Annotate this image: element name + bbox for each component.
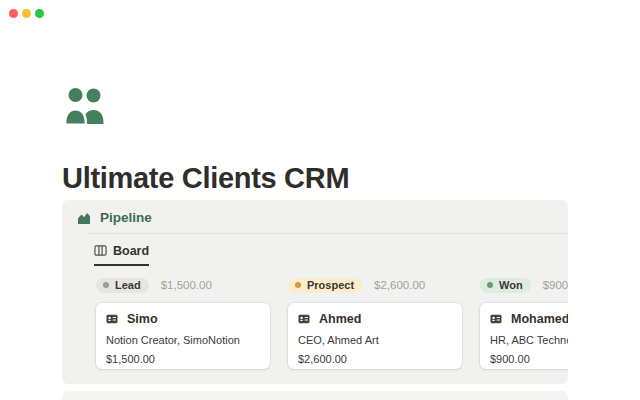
status-dot (487, 282, 493, 288)
card-title-row: Simo (106, 312, 260, 326)
contact-card-icon (106, 313, 118, 325)
status-label: Prospect (307, 279, 354, 291)
card-subtitle: Notion Creator, SimoNotion (106, 334, 260, 346)
chart-icon (77, 211, 91, 225)
page-title: Ultimate Clients CRM (62, 162, 349, 195)
board-card-ahmed[interactable]: Ahmed CEO, Ahmed Art $2,600.00 (288, 303, 462, 369)
status-dot (103, 282, 109, 288)
close-window-button[interactable] (9, 9, 18, 18)
card-subtitle: HR, ABC Technology (490, 334, 568, 346)
status-dot (295, 282, 301, 288)
column-total: $900.00 (543, 279, 568, 291)
board-column-won: Won $900.00 Mohamed HR, ABC Technology (480, 277, 568, 369)
maximize-window-button[interactable] (35, 9, 44, 18)
contact-card-icon (298, 313, 310, 325)
board-column-lead: Lead $1,500.00 Simo Notion Creator, Simo… (96, 277, 270, 369)
status-badge-won[interactable]: Won (480, 278, 531, 293)
tab-board[interactable]: Board (94, 244, 149, 266)
contact-card-icon (490, 313, 502, 325)
card-name: Mohamed (511, 312, 568, 326)
people-icon[interactable] (64, 86, 108, 126)
column-header: Prospect $2,600.00 (288, 277, 462, 294)
card-amount: $1,500.00 (106, 353, 260, 365)
window-controls (9, 9, 44, 18)
column-header: Lead $1,500.00 (96, 277, 270, 294)
card-subtitle: CEO, Ahmed Art (298, 334, 452, 346)
column-header: Won $900.00 (480, 277, 568, 294)
minimize-window-button[interactable] (22, 9, 31, 18)
status-badge-lead[interactable]: Lead (96, 278, 149, 293)
card-name: Simo (127, 312, 158, 326)
pipeline-panel: Pipeline Board Lead $1,500.00 (62, 200, 568, 384)
pipeline-title[interactable]: Pipeline (100, 210, 152, 225)
status-label: Won (499, 279, 523, 291)
status-label: Lead (115, 279, 141, 291)
status-badge-prospect[interactable]: Prospect (288, 278, 362, 293)
card-amount: $2,600.00 (298, 353, 452, 365)
view-tabs: Board (62, 234, 568, 266)
board-icon (94, 244, 107, 257)
board-card-mohamed[interactable]: Mohamed HR, ABC Technology $900.00 (480, 303, 568, 369)
board-view: Lead $1,500.00 Simo Notion Creator, Simo… (62, 266, 568, 369)
pipeline-header: Pipeline (62, 200, 568, 233)
board-card-simo[interactable]: Simo Notion Creator, SimoNotion $1,500.0… (96, 303, 270, 369)
column-total: $2,600.00 (374, 279, 425, 291)
card-title-row: Mohamed (490, 312, 568, 326)
card-title-row: Ahmed (298, 312, 452, 326)
board-column-prospect: Prospect $2,600.00 Ahmed CEO, Ahmed Art (288, 277, 462, 369)
next-section-panel (62, 391, 568, 400)
column-total: $1,500.00 (161, 279, 212, 291)
card-name: Ahmed (319, 312, 361, 326)
tab-board-label: Board (113, 244, 149, 258)
card-amount: $900.00 (490, 353, 568, 365)
